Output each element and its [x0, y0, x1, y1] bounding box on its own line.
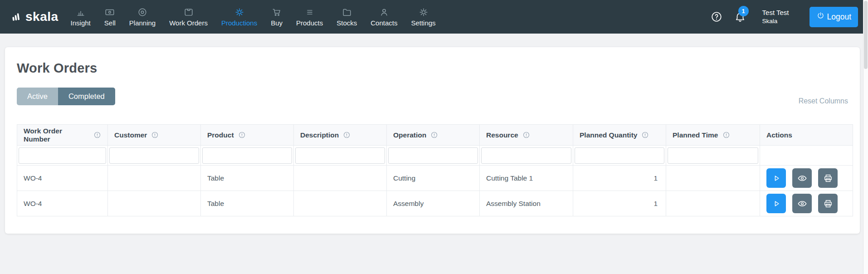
work-orders-card: Work Orders ActiveCompleted Reset Column…: [5, 47, 860, 234]
user-name: Test Test: [762, 8, 789, 17]
column-header-planned-quantity[interactable]: Planned Quantity: [573, 125, 666, 146]
nav-item-productions[interactable]: Productions: [215, 0, 264, 34]
nav-item-sell[interactable]: Sell: [98, 0, 122, 34]
top-navbar: skala InsightSellPlanningWork OrdersProd…: [0, 0, 868, 34]
printer-icon: [823, 199, 833, 209]
nav-item-settings[interactable]: Settings: [404, 0, 442, 34]
filter-input-resource[interactable]: [481, 147, 571, 164]
filter-cell-planned-time: [666, 146, 760, 166]
column-header-actions[interactable]: Actions: [760, 125, 853, 146]
nav-item-label: Products: [296, 19, 323, 27]
filter-input-description[interactable]: [295, 147, 385, 164]
eye-icon: [797, 173, 807, 183]
nav-item-work-orders[interactable]: Work Orders: [162, 0, 215, 34]
filter-input-planned-time[interactable]: [668, 147, 758, 164]
column-header-label: Planned Quantity: [580, 131, 637, 139]
folder-icon: [342, 7, 352, 17]
cell-product: Table: [201, 191, 294, 216]
info-icon[interactable]: [522, 131, 530, 139]
reset-columns-link[interactable]: Reset Columns: [799, 97, 848, 105]
column-header-label: Planned Time: [673, 131, 718, 139]
info-icon[interactable]: [641, 131, 649, 139]
gear-icon: [234, 7, 244, 17]
scrollbar-thumb[interactable]: [864, 1, 868, 69]
table-filter-row: [17, 146, 853, 166]
cell-description: [294, 191, 387, 216]
play-icon: [771, 173, 781, 183]
logout-button[interactable]: Logout: [809, 7, 858, 27]
target-icon: [137, 7, 147, 17]
start-button[interactable]: [766, 194, 786, 213]
nav-item-insight[interactable]: Insight: [64, 0, 98, 34]
column-header-description[interactable]: Description: [294, 125, 387, 146]
print-button[interactable]: [818, 194, 838, 213]
cell-customer: [108, 191, 201, 216]
tab-completed[interactable]: Completed: [58, 88, 115, 105]
nav-item-stocks[interactable]: Stocks: [330, 0, 364, 34]
table-header-row: Work Order NumberCustomerProductDescript…: [17, 125, 853, 146]
column-header-work-order-number[interactable]: Work Order Number: [17, 125, 108, 146]
filter-input-planned-quantity[interactable]: [575, 147, 664, 164]
cell-planned-time: [666, 166, 760, 191]
nav-item-label: Productions: [221, 19, 257, 27]
list-icon: [305, 7, 315, 17]
nav-item-label: Insight: [71, 19, 91, 27]
filter-cell-operation: [387, 146, 480, 166]
cell-operation: Assembly: [387, 191, 480, 216]
info-icon[interactable]: [722, 131, 730, 139]
column-header-planned-time[interactable]: Planned Time: [666, 125, 760, 146]
help-icon[interactable]: [711, 11, 722, 23]
page-title: Work Orders: [17, 61, 848, 76]
person-icon: [379, 7, 389, 17]
nav-item-label: Sell: [104, 19, 116, 27]
nav-item-label: Buy: [271, 19, 283, 27]
inbox-icon: [184, 7, 194, 17]
info-icon[interactable]: [93, 131, 101, 139]
view-button[interactable]: [792, 168, 812, 188]
info-icon[interactable]: [151, 131, 159, 139]
column-header-label: Resource: [486, 131, 518, 139]
start-button[interactable]: [766, 168, 786, 188]
logout-label: Logout: [827, 12, 851, 22]
column-header-operation[interactable]: Operation: [387, 125, 480, 146]
cell-resource: Assembly Station: [480, 191, 573, 216]
column-header-product[interactable]: Product: [201, 125, 294, 146]
column-header-customer[interactable]: Customer: [108, 125, 201, 146]
filter-cell-work-order-number: [17, 146, 108, 166]
filter-input-product[interactable]: [202, 147, 292, 164]
filter-input-customer[interactable]: [109, 147, 199, 164]
view-button[interactable]: [792, 194, 812, 213]
banknote-icon: [105, 7, 115, 17]
info-icon[interactable]: [343, 131, 351, 139]
column-header-resource[interactable]: Resource: [480, 125, 573, 146]
info-icon[interactable]: [238, 131, 246, 139]
notification-badge: 1: [738, 6, 749, 16]
nav-item-label: Stocks: [336, 19, 357, 27]
logo-bars-icon: [11, 10, 23, 24]
print-button[interactable]: [818, 168, 838, 188]
nav-item-planning[interactable]: Planning: [122, 0, 162, 34]
nav-item-contacts[interactable]: Contacts: [364, 0, 404, 34]
notifications-bell-icon[interactable]: 1: [734, 11, 746, 23]
cell-work-order-number: WO-4: [17, 166, 108, 191]
cell-customer: [108, 166, 201, 191]
nav-item-buy[interactable]: Buy: [264, 0, 289, 34]
table-row: WO-4TableCuttingCutting Table 11: [17, 166, 853, 191]
cell-resource: Cutting Table 1: [480, 166, 573, 191]
info-icon[interactable]: [430, 131, 438, 139]
column-header-label: Work Order Number: [24, 127, 89, 143]
work-orders-table: Work Order NumberCustomerProductDescript…: [17, 124, 853, 216]
nav-item-products[interactable]: Products: [289, 0, 330, 34]
cell-planned-quantity: 1: [573, 166, 666, 191]
filter-input-operation[interactable]: [388, 147, 478, 164]
printer-icon: [823, 173, 833, 183]
skala-logo[interactable]: skala: [11, 10, 59, 24]
vertical-scrollbar[interactable]: [863, 0, 868, 274]
filter-cell-actions: [760, 146, 853, 166]
filter-cell-description: [294, 146, 387, 166]
user-info[interactable]: Test Test Skala: [762, 8, 789, 25]
filter-input-work-order-number[interactable]: [19, 147, 106, 164]
tab-active[interactable]: Active: [17, 88, 58, 105]
cell-work-order-number: WO-4: [17, 191, 108, 216]
column-header-label: Actions: [766, 131, 792, 139]
